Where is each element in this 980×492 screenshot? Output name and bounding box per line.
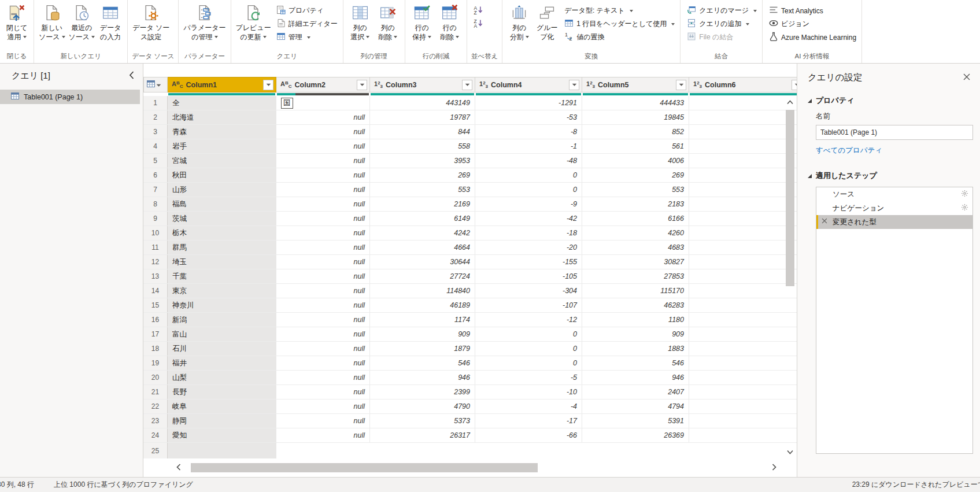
cell[interactable]: 栃木 xyxy=(168,226,276,240)
cell[interactable]: 岩手 xyxy=(168,139,276,153)
cell[interactable]: 4006 xyxy=(582,154,689,168)
cell[interactable]: 4664 xyxy=(370,241,475,254)
cell[interactable]: 114840 xyxy=(370,284,475,298)
step-settings-button[interactable] xyxy=(961,204,968,213)
cell[interactable]: -42 xyxy=(475,212,582,225)
cell[interactable]: 全 xyxy=(168,96,276,110)
cell[interactable] xyxy=(168,443,276,458)
scroll-left-button[interactable] xyxy=(173,463,184,473)
cell[interactable]: 443149 xyxy=(370,96,475,110)
cell[interactable]: null xyxy=(276,371,370,384)
cell[interactable] xyxy=(689,183,797,197)
applied-steps-section-header[interactable]: 適用したステップ xyxy=(808,171,972,181)
column-filter-button[interactable] xyxy=(792,80,797,90)
cell[interactable]: 553 xyxy=(582,183,689,197)
cell[interactable]: null xyxy=(276,313,370,327)
cell[interactable] xyxy=(689,356,797,370)
manage-button[interactable]: 管理 xyxy=(276,31,338,43)
cell[interactable]: 4794 xyxy=(582,399,689,413)
cell[interactable]: 444433 xyxy=(582,96,689,110)
cell[interactable]: 2399 xyxy=(370,385,475,399)
cell[interactable] xyxy=(689,125,797,139)
cell[interactable]: 埼玉 xyxy=(168,255,276,269)
cell[interactable]: 山梨 xyxy=(168,371,276,384)
cell[interactable]: null xyxy=(276,125,370,139)
cell[interactable]: 新潟 xyxy=(168,313,276,327)
cell[interactable]: -10 xyxy=(475,385,582,399)
cell[interactable]: 秋田 xyxy=(168,168,276,182)
cell[interactable]: 546 xyxy=(370,356,475,370)
cell[interactable]: -9 xyxy=(475,197,582,211)
data-source-settings-button[interactable]: データ ソース設定 xyxy=(131,2,171,42)
replace-values-button[interactable]: 12値の置換 xyxy=(564,31,675,43)
cell[interactable]: null xyxy=(276,284,370,298)
cell[interactable]: null xyxy=(276,110,370,124)
cell[interactable]: 909 xyxy=(370,327,475,341)
cell[interactable] xyxy=(689,371,797,384)
cell[interactable] xyxy=(689,269,797,283)
cell[interactable]: 山形 xyxy=(168,183,276,197)
sort-descending-button[interactable]: ZA xyxy=(474,18,483,30)
cell[interactable]: 6166 xyxy=(582,212,689,225)
column-header-column5[interactable]: 123Column5 xyxy=(582,77,689,93)
cell[interactable]: 3953 xyxy=(370,154,475,168)
cell[interactable]: 19845 xyxy=(582,110,689,124)
applied-step-item[interactable]: ソース xyxy=(816,187,972,201)
collapse-pane-button[interactable] xyxy=(128,71,136,82)
query-list-item[interactable]: Table001 (Page 1) xyxy=(0,90,140,104)
step-settings-button[interactable] xyxy=(961,190,968,199)
advanced-editor-button[interactable]: 詳細エディター xyxy=(276,18,338,30)
cell[interactable] xyxy=(689,414,797,428)
manage-parameters-button[interactable]: パラメーターの管理 xyxy=(182,2,227,42)
cell[interactable]: null xyxy=(276,241,370,254)
cell[interactable]: 5391 xyxy=(582,414,689,428)
cell[interactable]: 2183 xyxy=(582,197,689,211)
cell[interactable] xyxy=(689,284,797,298)
cell[interactable]: 6149 xyxy=(370,212,475,225)
cell[interactable]: 北海道 xyxy=(168,110,276,124)
cell[interactable]: 19787 xyxy=(370,110,475,124)
column-header-column2[interactable]: ABCColumn2 xyxy=(276,77,370,93)
applied-step-item[interactable]: ナビゲーション xyxy=(816,201,972,215)
cell[interactable]: 909 xyxy=(582,327,689,341)
cell[interactable] xyxy=(689,298,797,312)
cell[interactable] xyxy=(689,168,797,182)
cell[interactable]: 27724 xyxy=(370,269,475,283)
cell[interactable]: 0 xyxy=(475,183,582,197)
cell[interactable] xyxy=(689,385,797,399)
merge-queries-button[interactable]: クエリのマージ xyxy=(687,5,757,17)
query-name-input[interactable] xyxy=(816,125,973,140)
cell[interactable] xyxy=(689,154,797,168)
cell[interactable]: 2169 xyxy=(370,197,475,211)
cell[interactable]: 30644 xyxy=(370,255,475,269)
cell[interactable]: 4242 xyxy=(370,226,475,240)
scroll-up-button[interactable] xyxy=(786,97,794,106)
cell[interactable]: -4 xyxy=(475,399,582,413)
cell[interactable] xyxy=(689,313,797,327)
cell[interactable]: 553 xyxy=(370,183,475,197)
select-all-corner[interactable] xyxy=(143,77,168,93)
column-header-column6[interactable]: 123Column6 xyxy=(689,77,797,93)
cell[interactable]: -12 xyxy=(475,313,582,327)
enter-data-button[interactable]: データの入力 xyxy=(97,2,124,42)
cell[interactable]: -107 xyxy=(475,298,582,312)
cell[interactable]: 群馬 xyxy=(168,241,276,254)
cell[interactable]: null xyxy=(276,212,370,225)
column-filter-button[interactable] xyxy=(263,80,273,90)
cell[interactable]: 115170 xyxy=(582,284,689,298)
cell[interactable]: null xyxy=(276,342,370,356)
cell[interactable]: -1291 xyxy=(475,96,582,110)
cell[interactable]: null xyxy=(276,269,370,283)
cell[interactable]: null xyxy=(276,183,370,197)
cell[interactable]: 東京 xyxy=(168,284,276,298)
cell[interactable]: null xyxy=(276,327,370,341)
column-header-column3[interactable]: 123Column3 xyxy=(370,77,475,93)
remove-rows-button[interactable]: 行の削除 xyxy=(436,2,464,42)
cell[interactable]: 26317 xyxy=(370,428,475,442)
cell[interactable]: null xyxy=(276,255,370,269)
cell[interactable]: 茨城 xyxy=(168,212,276,225)
horizontal-scrollbar[interactable] xyxy=(173,463,779,473)
cell[interactable]: 青森 xyxy=(168,125,276,139)
cell[interactable]: 46189 xyxy=(370,298,475,312)
cell[interactable] xyxy=(689,197,797,211)
